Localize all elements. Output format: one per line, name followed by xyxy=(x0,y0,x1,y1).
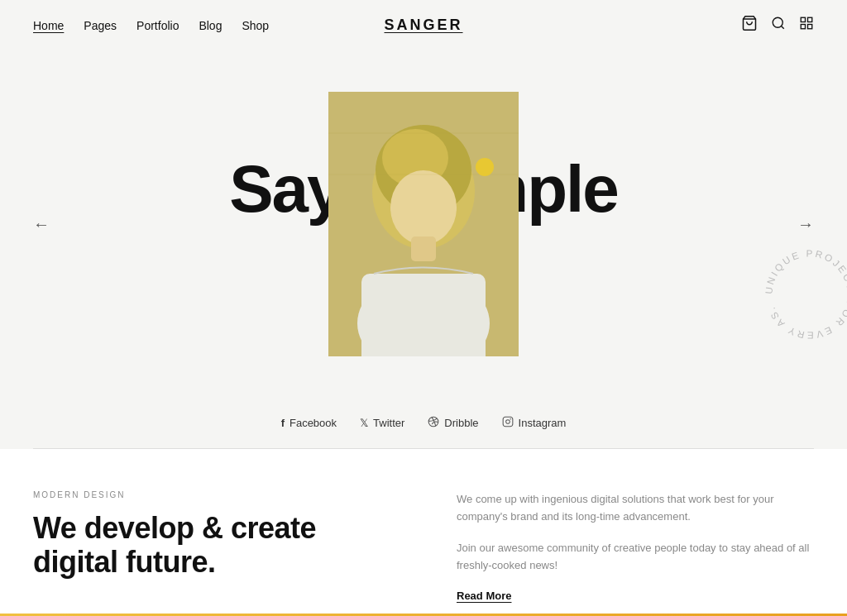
read-more-button[interactable]: Read More xyxy=(457,590,511,602)
svg-text:UNIQUE PROJECT. FOR EVERY AS.: UNIQUE PROJECT. FOR EVERY AS. xyxy=(763,247,847,341)
dribble-icon xyxy=(428,416,439,430)
instagram-label: Instagram xyxy=(519,417,567,429)
svg-point-21 xyxy=(510,419,510,420)
facebook-icon: f xyxy=(281,417,285,429)
prev-arrow[interactable]: ← xyxy=(33,215,50,234)
yellow-dot-accent xyxy=(476,158,494,176)
twitter-icon: 𝕏 xyxy=(360,417,368,429)
svg-rect-5 xyxy=(801,25,805,29)
nav-portfolio[interactable]: Portfolio xyxy=(136,19,179,32)
svg-point-20 xyxy=(505,420,510,424)
twitter-label: Twitter xyxy=(373,417,404,429)
facebook-link[interactable]: f Facebook xyxy=(281,417,337,429)
instagram-link[interactable]: Instagram xyxy=(502,416,567,430)
body-para-1: We come up with ingenious digital soluti… xyxy=(457,490,814,526)
lower-left: MODERN DESIGN We develop & create digita… xyxy=(33,490,440,603)
svg-point-11 xyxy=(390,170,457,245)
instagram-icon xyxy=(502,416,514,430)
svg-rect-6 xyxy=(808,25,812,29)
svg-rect-4 xyxy=(808,17,812,21)
section-heading: We develop & create digital future. xyxy=(33,511,390,580)
search-icon[interactable] xyxy=(771,16,786,35)
nav-pages[interactable]: Pages xyxy=(84,19,117,32)
rotating-text: UNIQUE PROJECT. FOR EVERY AS. xyxy=(756,241,847,348)
svg-rect-12 xyxy=(411,236,436,261)
hero-image xyxy=(328,92,519,356)
bag-icon[interactable] xyxy=(741,15,758,36)
section-label: MODERN DESIGN xyxy=(33,490,390,499)
lower-right: We come up with ingenious digital soluti… xyxy=(440,490,814,603)
social-bar: f Facebook 𝕏 Twitter Dribble Instagram xyxy=(0,398,847,448)
site-logo[interactable]: SANGER xyxy=(384,17,462,34)
facebook-label: Facebook xyxy=(290,417,337,429)
main-nav: Home Pages Portfolio Blog Shop xyxy=(33,19,269,32)
dribble-link[interactable]: Dribble xyxy=(428,416,478,430)
grid-icon[interactable] xyxy=(799,16,814,35)
body-para-2: Join our awesome community of creative p… xyxy=(457,539,814,575)
nav-blog[interactable]: Blog xyxy=(199,19,222,32)
svg-rect-19 xyxy=(503,417,513,427)
svg-rect-14 xyxy=(361,274,486,356)
header-icons xyxy=(741,15,814,36)
svg-point-1 xyxy=(773,17,782,27)
lower-section: MODERN DESIGN We develop & create digita… xyxy=(0,449,847,616)
dribble-label: Dribble xyxy=(444,417,478,429)
twitter-link[interactable]: 𝕏 Twitter xyxy=(360,417,404,429)
nav-home[interactable]: Home xyxy=(33,19,64,32)
hero-section: Say a Simple Hello! xyxy=(0,50,847,398)
next-arrow[interactable]: → xyxy=(797,215,814,234)
svg-rect-3 xyxy=(801,17,805,21)
svg-line-2 xyxy=(781,26,783,28)
nav-shop[interactable]: Shop xyxy=(242,19,269,32)
header: Home Pages Portfolio Blog Shop SANGER xyxy=(0,0,847,50)
